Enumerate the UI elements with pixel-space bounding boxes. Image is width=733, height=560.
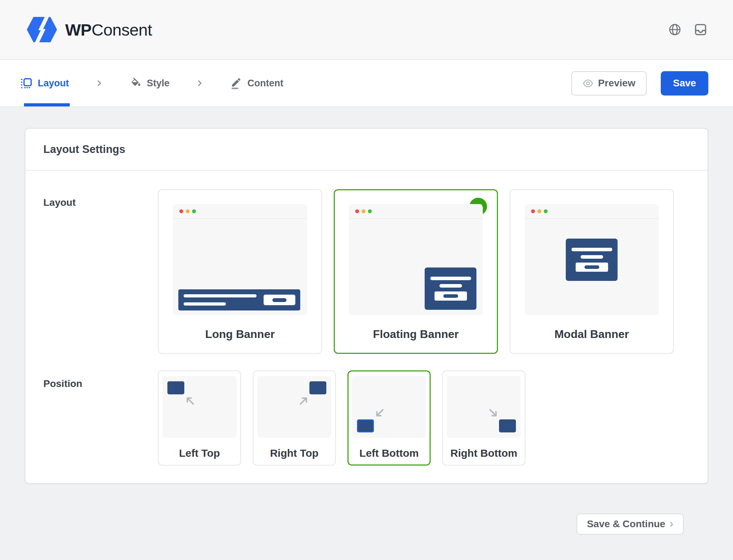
arrow-up-left-icon bbox=[184, 395, 196, 407]
tab-content[interactable]: Content bbox=[214, 60, 299, 106]
brand-name-bold: WP bbox=[65, 20, 92, 39]
preview-button-label: Preview bbox=[598, 78, 635, 89]
window-dot-green bbox=[544, 209, 548, 213]
position-preview-box bbox=[352, 376, 426, 438]
position-options: Left Top Right Top bbox=[158, 370, 525, 466]
banner-position-rect bbox=[309, 381, 326, 394]
brand-name: WPConsent bbox=[65, 20, 152, 39]
window-dot-red bbox=[531, 209, 535, 213]
banner-button-pill bbox=[272, 298, 287, 302]
inbox-icon[interactable] bbox=[694, 23, 708, 37]
position-setting-row: Position Left Top bbox=[43, 370, 690, 466]
window-dot-green bbox=[192, 209, 196, 213]
banner-position-rect bbox=[167, 381, 184, 394]
paint-bucket-icon bbox=[130, 77, 142, 89]
chevron-right-icon: › bbox=[670, 518, 673, 530]
banner-button-graphic bbox=[435, 291, 467, 301]
arrow-down-left-icon bbox=[374, 407, 386, 419]
position-option-label: Right Bottom bbox=[450, 447, 517, 459]
page-footer: Save & Continue › bbox=[25, 484, 708, 535]
layout-option-long-banner[interactable]: Long Banner bbox=[158, 189, 322, 354]
window-dot-yellow bbox=[537, 209, 541, 213]
wpconsent-logo-icon bbox=[26, 17, 57, 42]
step-tabs: Layout Style Content bbox=[20, 60, 299, 106]
banner-text-line bbox=[184, 302, 226, 306]
browser-mockup bbox=[173, 204, 307, 315]
wpconsent-logo: WPConsent bbox=[26, 17, 152, 42]
panel-header: Layout Settings bbox=[25, 129, 708, 171]
position-row-label: Position bbox=[43, 370, 158, 466]
arrow-up-right-icon bbox=[297, 395, 309, 407]
chevron-right-icon bbox=[195, 60, 204, 106]
layout-setting-row: Layout bbox=[43, 189, 690, 354]
save-continue-button[interactable]: Save & Continue › bbox=[577, 513, 684, 535]
browser-mockup-titlebar bbox=[173, 204, 307, 219]
banner-button-graphic bbox=[575, 263, 608, 272]
panel-body: Layout bbox=[25, 171, 708, 483]
floating-banner-graphic bbox=[425, 267, 476, 310]
position-option-label: Left Bottom bbox=[359, 447, 419, 459]
modal-banner-graphic bbox=[566, 239, 618, 281]
banner-text-line bbox=[430, 277, 471, 280]
window-dot-red bbox=[179, 209, 183, 213]
position-option-left-bottom[interactable]: Left Bottom bbox=[347, 370, 431, 466]
eye-icon bbox=[583, 78, 593, 89]
banner-position-rect bbox=[499, 419, 516, 432]
layout-option-modal-banner[interactable]: Modal Banner bbox=[510, 189, 674, 354]
browser-mockup bbox=[525, 204, 659, 315]
window-dot-green bbox=[368, 209, 372, 213]
browser-mockup-titlebar bbox=[349, 204, 483, 219]
layout-icon bbox=[20, 77, 32, 89]
position-preview-box bbox=[447, 376, 521, 438]
window-dot-yellow bbox=[186, 209, 190, 213]
position-preview-box bbox=[162, 376, 236, 438]
layout-option-label: Floating Banner bbox=[373, 328, 459, 341]
position-option-right-top[interactable]: Right Top bbox=[253, 370, 336, 466]
layout-options: Long Banner bbox=[158, 189, 674, 354]
banner-text-line bbox=[580, 255, 603, 259]
banner-text-line bbox=[439, 284, 462, 288]
banner-button-pill bbox=[443, 294, 458, 298]
browser-mockup-titlebar bbox=[525, 204, 659, 219]
globe-icon[interactable] bbox=[668, 23, 682, 36]
long-banner-graphic bbox=[178, 289, 300, 310]
steps-navbar: Layout Style Content bbox=[0, 60, 733, 107]
arrow-down-right-icon bbox=[487, 407, 499, 419]
brand-name-rest: Consent bbox=[92, 20, 152, 39]
position-preview-box bbox=[257, 376, 331, 438]
panel-title: Layout Settings bbox=[43, 143, 125, 156]
banner-text-line bbox=[571, 248, 612, 251]
tab-style[interactable]: Style bbox=[114, 60, 186, 106]
banner-button-pill bbox=[584, 265, 599, 269]
layout-settings-panel: Layout Settings Layout bbox=[25, 128, 708, 484]
banner-position-rect bbox=[357, 419, 374, 432]
browser-mockup bbox=[349, 204, 483, 315]
layout-option-floating-banner[interactable]: Floating Banner bbox=[334, 189, 498, 354]
banner-text-line bbox=[184, 294, 257, 297]
preview-button[interactable]: Preview bbox=[571, 71, 647, 96]
app-header: WPConsent bbox=[0, 0, 733, 60]
layout-row-label: Layout bbox=[43, 189, 158, 354]
save-continue-label: Save & Continue bbox=[587, 518, 665, 530]
save-button[interactable]: Save bbox=[661, 71, 708, 96]
banner-button-graphic bbox=[264, 295, 295, 305]
window-dot-red bbox=[355, 209, 359, 213]
window-dot-yellow bbox=[362, 209, 365, 213]
layout-option-label: Long Banner bbox=[205, 328, 275, 341]
position-option-right-bottom[interactable]: Right Bottom bbox=[442, 370, 525, 466]
chevron-right-icon bbox=[95, 60, 104, 106]
tab-layout[interactable]: Layout bbox=[20, 60, 85, 106]
tab-style-label: Style bbox=[147, 78, 170, 89]
position-option-label: Right Top bbox=[270, 447, 319, 459]
position-option-left-top[interactable]: Left Top bbox=[158, 370, 241, 466]
layout-option-label: Modal Banner bbox=[554, 328, 629, 341]
tab-layout-label: Layout bbox=[38, 78, 69, 89]
pencil-icon bbox=[230, 77, 242, 89]
position-option-label: Left Top bbox=[179, 447, 220, 459]
tab-content-label: Content bbox=[247, 78, 283, 89]
main-content: Layout Settings Layout bbox=[0, 107, 733, 535]
